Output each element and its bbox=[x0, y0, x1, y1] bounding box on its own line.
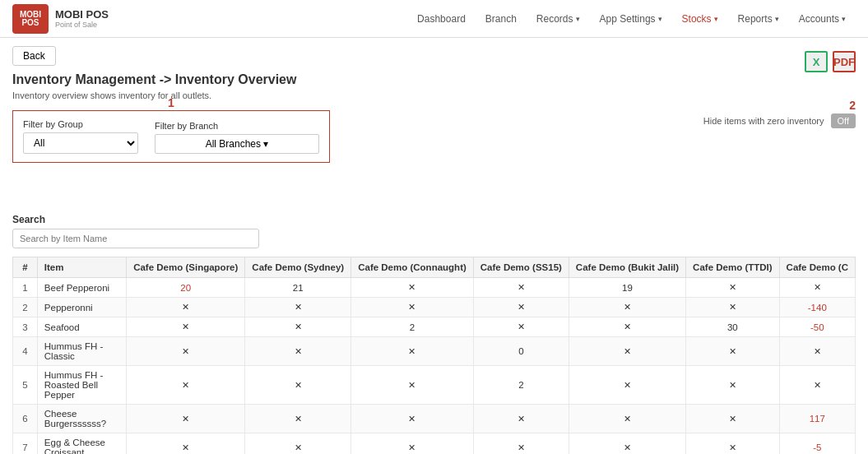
x-icon: ✕ bbox=[624, 302, 631, 312]
zero-inventory-label: Hide items with zero inventory bbox=[703, 116, 824, 126]
cell-item: Egg & Cheese Croissant bbox=[37, 433, 126, 455]
inventory-table: # Item Cafe Demo (Singapore) Cafe Demo (… bbox=[12, 257, 856, 454]
filter-group-select[interactable]: All bbox=[23, 132, 138, 154]
nav-links: Dashboard Branch Records ▾ App Settings … bbox=[407, 2, 856, 36]
nav-accounts[interactable]: Accounts ▾ bbox=[789, 2, 856, 36]
main-content: Back Inventory Management -> Inventory O… bbox=[0, 38, 868, 454]
filter-group-label: Filter by Group bbox=[23, 119, 138, 129]
cell-value: ✕ bbox=[245, 337, 351, 366]
cell-value: 2 bbox=[351, 317, 474, 337]
x-icon: ✕ bbox=[814, 346, 821, 356]
x-icon: ✕ bbox=[295, 322, 302, 331]
x-icon: ✕ bbox=[729, 380, 736, 390]
x-icon: ✕ bbox=[182, 380, 189, 390]
x-icon: ✕ bbox=[408, 282, 415, 292]
zero-inventory-section: 2 Hide items with zero inventory Off bbox=[703, 114, 856, 128]
cell-value: 2 bbox=[473, 366, 569, 405]
x-icon: ✕ bbox=[182, 322, 189, 331]
x-icon: ✕ bbox=[814, 380, 821, 390]
export-actions: X PDF bbox=[805, 51, 856, 72]
brand: MOBIPOS MOBI POS Point of Sale bbox=[12, 4, 109, 34]
cell-value: ✕ bbox=[569, 317, 685, 337]
cell-value: ✕ bbox=[127, 405, 245, 433]
cell-value: 0 bbox=[473, 337, 569, 366]
cell-value: ✕ bbox=[127, 366, 245, 405]
cell-value: ✕ bbox=[351, 278, 474, 298]
col-ss15: Cafe Demo (SS15) bbox=[473, 257, 569, 278]
cell-red-value: -5 bbox=[813, 442, 821, 452]
cell-item: Beef Pepperoni bbox=[37, 278, 126, 298]
x-icon: ✕ bbox=[729, 442, 736, 452]
nav-stocks[interactable]: Stocks ▾ bbox=[672, 2, 728, 36]
brand-logo-text: MOBIPOS bbox=[20, 11, 41, 27]
col-singapore: Cafe Demo (Singapore) bbox=[127, 257, 245, 278]
table-row: 6Cheese Burgerssssss?✕✕✕✕✕✕117 bbox=[13, 405, 856, 433]
x-icon: ✕ bbox=[408, 380, 415, 390]
cell-value: ✕ bbox=[569, 366, 685, 405]
x-icon: ✕ bbox=[518, 442, 525, 452]
x-icon: ✕ bbox=[295, 414, 302, 424]
col-num: # bbox=[13, 257, 38, 278]
table-row: 3Seafood✕✕2✕✕30-50 bbox=[13, 317, 856, 337]
cell-value: ✕ bbox=[686, 337, 779, 366]
x-icon: ✕ bbox=[518, 282, 525, 292]
cell-value: 20 bbox=[127, 278, 245, 298]
chevron-down-icon: ▾ bbox=[842, 15, 846, 23]
x-icon: ✕ bbox=[295, 442, 302, 452]
nav-app-settings[interactable]: App Settings ▾ bbox=[590, 2, 672, 36]
x-icon: ✕ bbox=[295, 346, 302, 356]
nav-records[interactable]: Records ▾ bbox=[527, 2, 590, 36]
filter-section: 1 Filter by Group All Filter by Branch A… bbox=[12, 110, 330, 163]
x-icon: ✕ bbox=[814, 282, 821, 292]
cell-value: ✕ bbox=[779, 366, 855, 405]
x-icon: ✕ bbox=[295, 380, 302, 390]
cell-value: ✕ bbox=[473, 278, 569, 298]
cell-value: ✕ bbox=[569, 337, 685, 366]
export-pdf-button[interactable]: PDF bbox=[833, 51, 856, 72]
x-icon: ✕ bbox=[182, 302, 189, 312]
x-icon: ✕ bbox=[729, 302, 736, 312]
back-button[interactable]: Back bbox=[12, 46, 56, 66]
x-icon: ✕ bbox=[182, 414, 189, 424]
x-icon: ✕ bbox=[518, 414, 525, 424]
col-bukit-jalil: Cafe Demo (Bukit Jalil) bbox=[569, 257, 685, 278]
table-row: 1Beef Pepperoni2021✕✕19✕✕ bbox=[13, 278, 856, 298]
cell-value: 19 bbox=[569, 278, 685, 298]
filter-by-branch: Filter by Branch All Branches ▾ bbox=[155, 121, 319, 154]
x-icon: ✕ bbox=[518, 302, 525, 312]
cell-value: -50 bbox=[779, 317, 855, 337]
x-icon: ✕ bbox=[408, 302, 415, 312]
nav-dashboard[interactable]: Dashboard bbox=[407, 2, 476, 36]
brand-name: MOBI POS bbox=[55, 8, 109, 21]
cell-item: Pepperonni bbox=[37, 298, 126, 317]
cell-value: ✕ bbox=[351, 405, 474, 433]
cell-value: ✕ bbox=[245, 405, 351, 433]
x-icon: ✕ bbox=[408, 442, 415, 452]
cell-value: ✕ bbox=[779, 337, 855, 366]
nav-branch[interactable]: Branch bbox=[476, 2, 527, 36]
cell-value: 21 bbox=[245, 278, 351, 298]
cell-item: Cheese Burgerssssss? bbox=[37, 405, 126, 433]
cell-red-value: -50 bbox=[810, 322, 824, 332]
cell-value: ✕ bbox=[569, 298, 685, 317]
cell-value: ✕ bbox=[127, 433, 245, 455]
cell-value: -5 bbox=[779, 433, 855, 455]
x-icon: ✕ bbox=[408, 414, 415, 424]
export-excel-button[interactable]: X bbox=[805, 51, 828, 72]
chevron-down-icon: ▾ bbox=[714, 15, 718, 23]
cell-value: ✕ bbox=[473, 298, 569, 317]
cell-value: ✕ bbox=[245, 433, 351, 455]
zero-inventory-toggle[interactable]: Off bbox=[831, 114, 856, 128]
x-icon: ✕ bbox=[729, 346, 736, 356]
page-subtitle: Inventory overview shows inventory for a… bbox=[12, 90, 856, 100]
filter-by-group: Filter by Group All bbox=[23, 119, 138, 154]
x-icon: ✕ bbox=[729, 282, 736, 292]
table-row: 7Egg & Cheese Croissant✕✕✕✕✕✕-5 bbox=[13, 433, 856, 455]
x-icon: ✕ bbox=[624, 346, 631, 356]
nav-reports[interactable]: Reports ▾ bbox=[728, 2, 789, 36]
filter-branch-button[interactable]: All Branches ▾ bbox=[155, 134, 319, 154]
x-icon: ✕ bbox=[729, 414, 736, 424]
search-input[interactable] bbox=[12, 229, 259, 248]
cell-num: 4 bbox=[13, 337, 38, 366]
x-icon: ✕ bbox=[624, 322, 631, 331]
